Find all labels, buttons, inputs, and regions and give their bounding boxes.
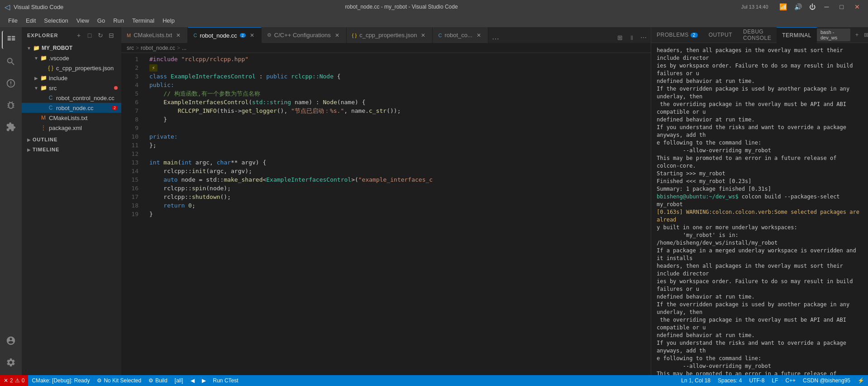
tree-robot-control[interactable]: ▶ C robot_control_node.cc xyxy=(22,93,121,103)
robot-co-tab-close[interactable]: ✕ xyxy=(475,32,482,39)
tab-c-cpp-prop[interactable]: { } c_cpp_properties.json ✕ xyxy=(347,27,433,43)
activity-settings[interactable] xyxy=(2,353,20,372)
status-spaces[interactable]: Spaces: 4 xyxy=(714,375,745,386)
activity-explorer[interactable] xyxy=(2,31,20,49)
build-icon: ⚙ xyxy=(148,377,153,384)
tree-include-folder[interactable]: ▶ 📁 include xyxy=(22,73,121,83)
tree-src-folder[interactable]: ▼ 📁 src xyxy=(22,83,121,93)
panel-area: PROBLEMS 2 OUTPUT DEBUG CONSOLE TERMINAL… xyxy=(651,27,868,375)
activity-git[interactable] xyxy=(2,74,20,92)
cmake-tab-label: CMakeLists.txt xyxy=(134,32,172,39)
tree-root-folder[interactable]: ▼ 📁 MY_ROBOT xyxy=(22,43,121,53)
maximize-button[interactable]: □ xyxy=(836,3,847,10)
tree-vscode-folder[interactable]: ▼ 📁 .vscode xyxy=(22,53,121,63)
minimize-button[interactable]: ─ xyxy=(821,3,833,10)
terminal-bash-tab[interactable]: bash - dev_ws xyxy=(817,29,850,41)
status-build[interactable]: ⚙ Build xyxy=(145,375,171,386)
code-line-4: public: xyxy=(144,81,651,89)
cpp-config-tab-close[interactable]: ✕ xyxy=(334,32,341,39)
status-language[interactable]: C++ xyxy=(782,375,799,386)
menu-view[interactable]: View xyxy=(73,15,93,26)
status-run-ctest[interactable]: Run CTest xyxy=(210,375,242,386)
panel-tab-debug-console[interactable]: DEBUG CONSOLE xyxy=(738,27,777,43)
split-editor-icon[interactable]: ⫴ xyxy=(626,32,637,43)
terminal-line-2: ies by workspace order. Failure to do so… xyxy=(657,62,863,77)
sidebar-timeline-section[interactable]: ▶ TIMELINE xyxy=(22,145,121,154)
status-line-col[interactable]: Ln 1, Col 18 xyxy=(677,375,714,386)
panel-tab-terminal[interactable]: TERMINAL xyxy=(777,27,817,43)
code-line-11: }; xyxy=(144,141,651,150)
timeline-label: TIMELINE xyxy=(33,147,59,152)
status-build-target[interactable]: [all] xyxy=(171,375,187,386)
collapse-all-icon[interactable]: ⊟ xyxy=(107,31,116,40)
new-folder-icon[interactable]: □ xyxy=(85,31,94,40)
panel-tab-bar: PROBLEMS 2 OUTPUT DEBUG CONSOLE TERMINAL… xyxy=(651,27,868,43)
layout-icon[interactable]: ⊞ xyxy=(615,32,625,43)
menu-selection[interactable]: Selection xyxy=(40,15,72,26)
breadcrumb-symbol[interactable]: ... xyxy=(182,45,186,51)
close-button[interactable]: ✕ xyxy=(851,3,863,10)
warning-count: 0 xyxy=(22,377,25,384)
tab-overflow[interactable]: ⋯ xyxy=(488,34,503,43)
refresh-icon[interactable]: ↻ xyxy=(96,31,105,40)
sidebar-header-icons: + □ ↻ ⊟ xyxy=(74,31,116,40)
title-bar-title: robot_node.cc - my_robot - Visual Studio… xyxy=(345,4,458,10)
outline-arrow: ▶ xyxy=(25,136,33,143)
tree-cmake[interactable]: ▶ M CMakeLists.txt xyxy=(22,113,121,123)
code-line-1: #include "rclcpp/rclcpp.hpp" xyxy=(144,55,651,63)
panel-tab-problems[interactable]: PROBLEMS 2 xyxy=(651,27,703,43)
date-time: Jul 13 14:40 xyxy=(739,4,770,10)
code-editor: 1 2 3 4 5 6 7 8 9 10 11 12 13 14 15 16 1… xyxy=(121,53,651,375)
volume-icon: 🔊 xyxy=(792,3,804,10)
robot-node-tab-close[interactable]: ✕ xyxy=(248,32,256,39)
status-play[interactable]: ▶ xyxy=(198,375,210,386)
activity-account[interactable] xyxy=(2,332,20,350)
c-cpp-prop-tab-close[interactable]: ✕ xyxy=(420,32,427,39)
menu-file[interactable]: File xyxy=(5,15,21,26)
status-prev[interactable]: ◀ xyxy=(187,375,198,386)
activity-extensions[interactable] xyxy=(2,118,20,136)
line-col-label: Ln 1, Col 18 xyxy=(681,377,711,384)
tree-robot-node[interactable]: ▶ C robot_node.cc 2 xyxy=(22,103,121,113)
new-terminal-icon[interactable]: + xyxy=(853,30,861,40)
panel-tab-output[interactable]: OUTPUT xyxy=(703,27,738,43)
menu-terminal[interactable]: Terminal xyxy=(129,15,158,26)
menu-go[interactable]: Go xyxy=(94,15,109,26)
tree-c-cpp-properties[interactable]: ▶ { } c_cpp_properties.json xyxy=(22,63,121,73)
breadcrumb-src[interactable]: src xyxy=(127,45,134,51)
code-content[interactable]: #include "rclcpp/rclcpp.hpp" ⚡ class Exa… xyxy=(144,53,651,375)
status-crlf[interactable]: LF xyxy=(768,375,782,386)
status-no-kit[interactable]: ⚙ No Kit Selected xyxy=(93,375,145,386)
prev-icon: ◀ xyxy=(191,377,195,384)
tab-robot-node[interactable]: C robot_node.cc 2 ✕ xyxy=(188,27,261,43)
tree-package-xml[interactable]: ▶ ⋮ package.xml xyxy=(22,123,121,133)
terminal-content[interactable]: headers, then all packages in the overla… xyxy=(651,43,868,375)
tab-cpp-config[interactable]: ⚙ C/C++ Configurations ✕ xyxy=(262,27,347,43)
cpp-config-tab-icon: ⚙ xyxy=(267,32,272,38)
menu-help[interactable]: Help xyxy=(159,15,178,26)
status-feedback[interactable]: ⚡ xyxy=(854,375,868,386)
cmake-tab-close[interactable]: ✕ xyxy=(175,32,182,39)
vscode-menu-icon[interactable]: ◁ xyxy=(5,3,10,11)
menu-run[interactable]: Run xyxy=(110,15,128,26)
c-cpp-prop-tab-icon: { } xyxy=(352,33,357,38)
status-errors[interactable]: ✕ 2 ⚠ 0 xyxy=(0,375,28,386)
robot-node-tab-label: robot_node.cc xyxy=(200,32,237,39)
sidebar-outline-section[interactable]: ▶ OUTLINE xyxy=(22,135,121,145)
status-encoding[interactable]: UTF-8 xyxy=(745,375,768,386)
timeline-arrow: ▶ xyxy=(25,146,33,153)
menu-edit[interactable]: Edit xyxy=(22,15,39,26)
tab-cmake[interactable]: M CMakeLists.txt ✕ xyxy=(121,27,188,43)
new-file-icon[interactable]: + xyxy=(74,31,83,40)
status-cmake[interactable]: CMake: [Debug]: Ready xyxy=(28,375,93,386)
status-csdn[interactable]: CSDN @bisheng95 xyxy=(799,375,854,386)
activity-debug[interactable] xyxy=(2,96,20,114)
more-actions-icon[interactable]: ⋯ xyxy=(638,32,649,43)
tab-robot-co[interactable]: C robot_co... ✕ xyxy=(433,27,488,43)
root-arrow: ▼ xyxy=(25,44,33,52)
breadcrumb-file[interactable]: robot_node.cc xyxy=(141,45,175,51)
status-bar: ✕ 2 ⚠ 0 CMake: [Debug]: Ready ⚙ No Kit S… xyxy=(0,375,868,386)
split-terminal-icon[interactable]: ⊞ xyxy=(862,30,868,40)
root-folder-icon: 📁 xyxy=(33,44,40,52)
activity-search[interactable] xyxy=(2,53,20,71)
